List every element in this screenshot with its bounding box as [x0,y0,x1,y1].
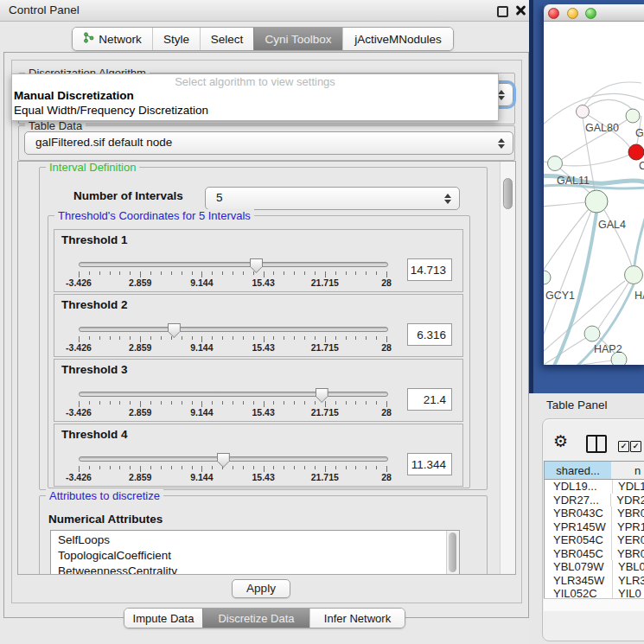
table-row[interactable]: YIL052CYIL0 [545,587,644,598]
menu-item-manual-discretization[interactable]: Manual Discretization [14,89,134,102]
gear-icon[interactable] [553,432,568,451]
threshold-3-slider-track[interactable] [79,392,388,397]
network-edge[interactable] [544,202,585,207]
list-scrollbar[interactable] [446,531,459,575]
tab-discretize-data[interactable]: Discretize Data [202,609,309,628]
node-gal80[interactable] [577,105,590,118]
threshold-1-slider-handle[interactable] [250,258,263,273]
threshold-2-value-field[interactable]: 6.316 [407,323,452,346]
table-row[interactable]: YPR145WYPR1 [545,520,644,534]
table-cell[interactable]: YIL052C [545,587,612,598]
checkbox-checked-icon[interactable] [630,441,641,452]
tab-infer-network[interactable]: Infer Network [309,609,405,628]
settings-scrollbar[interactable] [500,162,515,574]
tab-select[interactable]: Select [200,28,253,50]
table-cell[interactable]: YBR045C [545,547,611,561]
slider-tick [264,271,265,277]
number-of-intervals-spinner[interactable]: 5 [205,187,460,210]
threshold-1-value-field[interactable]: 14.713 [407,258,452,281]
node-hap2[interactable] [584,326,600,341]
apply-button[interactable]: Apply [232,579,290,598]
table-row[interactable]: YLR345WYLR3 [545,574,644,588]
slider-tick [89,401,90,405]
table-row[interactable]: YER054CYER0 [545,533,644,547]
threshold-4-slider-handle[interactable] [217,453,230,468]
table-data-combobox[interactable]: galFiltered.sif default node [24,131,513,155]
node-gcy1[interactable] [544,271,551,284]
table-row[interactable]: YBL079WYBL0 [545,560,644,574]
threshold-2-slider-track[interactable] [79,327,388,332]
table-cell[interactable]: YBL079W [545,560,612,574]
table-cell[interactable]: YBL0 [612,560,644,574]
network-edge[interactable] [544,209,589,271]
slider-tick [171,466,172,469]
table-cell[interactable]: YDR2 [610,494,644,507]
network-edge[interactable] [544,211,591,365]
slider-tick-label: 28 [360,407,412,418]
network-edge-highlighted[interactable] [634,216,644,265]
slider-tick [294,336,295,340]
table-horizontal-scrollbar[interactable] [544,598,644,611]
threshold-3-value-field[interactable]: 21.4 [407,388,452,411]
network-edge-highlighted[interactable] [553,213,596,365]
numerical-attributes-list[interactable]: SelfLoopsTopologicalCoefficientBetweenne… [50,530,460,575]
slider-tick [294,271,295,275]
network-window-titlebar[interactable] [544,4,644,22]
table-cell[interactable]: YER0 [611,533,644,547]
table-row[interactable]: YDL19...YDL1 [545,480,644,494]
table-cell[interactable]: YDL19... [545,480,612,494]
network-edge[interactable] [562,155,629,166]
menu-item-equal-width-frequency[interactable]: Equal Width/Frequency Discretization [14,104,208,117]
table-cell[interactable]: YBR0 [611,507,644,520]
table-cell[interactable]: YBR043C [545,507,611,520]
tab-jactivemnodules[interactable]: jActiveMNodules [342,28,453,50]
threshold-2-slider-handle[interactable] [168,323,181,338]
close-window-icon[interactable] [548,8,559,19]
slider-tick [253,336,254,340]
table-cell[interactable]: YPR145W [545,520,611,534]
table-cell[interactable]: YER054C [545,533,611,547]
zoom-window-icon[interactable] [585,8,596,19]
table-row[interactable]: YBR043CYBR0 [545,507,644,520]
list-item[interactable]: TopologicalCoefficient [58,548,171,563]
threshold-4-value-field[interactable]: 11.344 [407,453,452,475]
table-row[interactable]: YDR27...YDR2 [545,494,644,507]
table-cell[interactable]: YDR27... [545,494,610,507]
minimize-window-icon[interactable] [567,8,578,19]
table-cell[interactable]: YLR3 [612,574,644,588]
checkbox-checked-icon[interactable] [618,441,629,452]
column-header-name[interactable]: n [611,461,644,480]
slider-tick [284,466,284,469]
settings-scrollbar-thumb[interactable] [503,178,513,209]
tab-style[interactable]: Style [152,28,200,50]
list-scrollbar-thumb[interactable] [449,532,456,572]
node-gal4[interactable] [585,190,608,213]
tab-cyni-toolbox[interactable]: Cyni Toolbox [253,28,342,50]
list-item[interactable]: BetweennessCentrality [58,564,177,575]
node-table[interactable]: YDL19...YDL1YDR27...YDR2YBR043CYBR0YPR14… [544,480,644,598]
threshold-3-slider-handle[interactable] [316,388,328,403]
split-columns-icon[interactable] [586,435,607,453]
tab-impute-data[interactable]: Impute Data [124,609,202,628]
table-cell[interactable]: YPR1 [611,520,644,534]
table-cell[interactable]: YBR0 [611,547,644,561]
network-edge[interactable] [583,99,634,112]
slider-tick [366,271,367,275]
panel-divider[interactable] [529,0,533,393]
table-cell[interactable]: YIL0 [612,587,641,598]
list-item[interactable]: SelfLoops [58,532,110,547]
node-top-right[interactable] [626,109,640,123]
network-graph[interactable]: GAL80GACGAL11GAL4GCY1HAHAP2 [544,22,644,365]
column-header-shared[interactable]: shared... [544,461,612,480]
table-row[interactable]: YBR045CYBR0 [545,547,644,561]
table-cell[interactable]: YLR345W [545,574,612,588]
node-gal11[interactable] [548,156,563,171]
float-icon[interactable] [497,6,508,17]
tab-network[interactable]: Network [73,28,152,50]
close-icon[interactable] [515,4,526,16]
node-h[interactable] [625,266,643,284]
threshold-4-slider-track[interactable] [79,456,388,462]
table-cell[interactable]: YDL1 [612,480,644,494]
node-red[interactable] [628,144,644,160]
threshold-1-slider-track[interactable] [79,262,388,267]
